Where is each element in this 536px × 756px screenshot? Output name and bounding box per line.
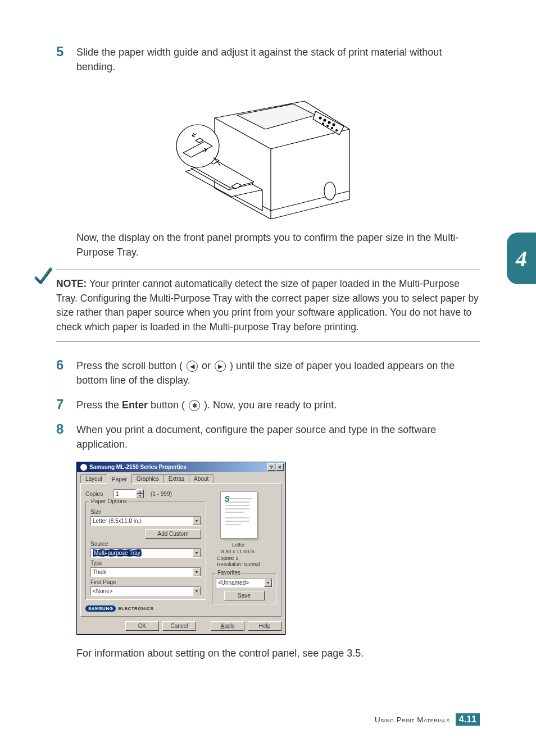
note-block: NOTE: Your printer cannot automatically … xyxy=(56,270,480,341)
svg-point-0 xyxy=(319,117,321,119)
save-button[interactable]: Save xyxy=(224,591,265,600)
brand-logo: SAMSUNG ELECTRONICS xyxy=(85,605,206,612)
step-8: 8 When you print a document, configure t… xyxy=(56,422,480,452)
step-7: 7 Press the Enter button ( ✱ ). Now, you… xyxy=(56,398,480,412)
close-button[interactable]: × xyxy=(276,463,284,471)
tab-paper[interactable]: Paper xyxy=(107,475,132,484)
svg-point-7 xyxy=(336,130,338,131)
step-text: Slide the paper width guide and adjust i… xyxy=(76,45,480,74)
source-select[interactable]: Multi-purpose Tray ▼ xyxy=(90,548,201,558)
app-icon xyxy=(80,464,87,471)
cancel-button[interactable]: Cancel xyxy=(162,621,196,631)
checkmark-icon xyxy=(34,267,53,286)
firstpage-label: First Page xyxy=(90,579,201,585)
preview-format: Letter xyxy=(217,542,260,549)
spin-up-icon[interactable]: ▲ xyxy=(137,489,144,494)
type-select[interactable]: Thick ▼ xyxy=(90,567,201,577)
help-button[interactable]: Help xyxy=(248,621,281,631)
svg-point-3 xyxy=(333,124,335,126)
step-number: 5 xyxy=(56,45,76,58)
preview-resolution: Resolution: Normal xyxy=(217,562,260,568)
chevron-down-icon[interactable]: ▼ xyxy=(193,587,201,595)
firstpage-select[interactable]: <None> ▼ xyxy=(90,586,201,596)
scroll-left-icon: ◀ xyxy=(187,361,198,372)
scroll-right-icon: ▶ xyxy=(215,361,226,372)
apply-button[interactable]: AApplypply xyxy=(211,621,244,631)
chapter-tab: 4 xyxy=(507,233,536,284)
step-8-followup: For information about setting on the con… xyxy=(76,646,480,661)
tab-bar: Layout Paper Graphics Extras About xyxy=(80,474,281,484)
tab-about[interactable]: About xyxy=(189,474,214,483)
step-number: 8 xyxy=(56,422,76,436)
paper-options-group: Paper Options Size Letter (8.5x11.0 in.)… xyxy=(85,502,206,600)
footer-section-title: Using Print Materials xyxy=(375,716,450,724)
tab-graphics[interactable]: Graphics xyxy=(131,474,164,483)
svg-point-5 xyxy=(327,125,329,127)
step-text: Press the scroll button ( ◀ or ▶ ) until… xyxy=(76,358,480,388)
copies-input[interactable] xyxy=(113,489,136,498)
svg-point-2 xyxy=(328,121,330,124)
chevron-down-icon[interactable]: ▼ xyxy=(193,549,201,557)
step-6: 6 Press the scroll button ( ◀ or ▶ ) unt… xyxy=(56,358,480,388)
printer-illustration xyxy=(175,84,361,219)
svg-point-6 xyxy=(331,127,333,129)
page-footer: Using Print Materials 4.11 xyxy=(375,713,480,726)
spin-down-icon[interactable]: ▼ xyxy=(137,494,144,498)
step-5: 5 Slide the paper width guide and adjust… xyxy=(56,45,480,74)
step-text: Press the Enter button ( ✱ ). Now, you a… xyxy=(76,398,480,412)
favorites-group: Favorites <Unnamed> ▼ Save xyxy=(212,573,276,604)
note-text: NOTE: Your printer cannot automatically … xyxy=(56,277,480,334)
step-number: 7 xyxy=(56,398,76,411)
copies-range: (1 - 999) xyxy=(151,491,172,497)
copies-spinner[interactable]: ▲ ▼ xyxy=(113,489,144,498)
type-label: Type xyxy=(90,560,201,566)
chevron-down-icon[interactable]: ▼ xyxy=(193,568,201,576)
group-title: Favorites xyxy=(216,570,242,576)
page-preview: S Letter xyxy=(212,489,265,568)
note-label: NOTE: xyxy=(56,278,87,289)
step-text: When you print a document, configure the… xyxy=(76,422,480,452)
tab-extras[interactable]: Extras xyxy=(163,474,189,483)
svg-point-9 xyxy=(324,182,335,200)
step-5-followup: Now, the display on the front panel prom… xyxy=(76,230,480,259)
copies-label: Copies xyxy=(85,491,110,497)
add-custom-button[interactable]: Add Custom xyxy=(145,529,201,539)
step-number: 6 xyxy=(56,358,76,372)
dialog-titlebar: Samsung ML-2150 Series Properties ? × xyxy=(77,462,285,472)
chevron-down-icon[interactable]: ▼ xyxy=(193,517,201,525)
size-select[interactable]: Letter (8.5x11.0 in.) ▼ xyxy=(90,516,201,526)
ok-button[interactable]: OK xyxy=(125,621,159,631)
page-number-badge: 4.11 xyxy=(456,713,480,726)
size-label: Size xyxy=(90,509,201,515)
preview-dims: 8.50 x 11.00 in. xyxy=(217,549,260,555)
preview-copies: Copies: 1 xyxy=(217,555,260,562)
favorites-select[interactable]: <Unnamed> ▼ xyxy=(216,578,272,588)
svg-point-4 xyxy=(322,123,324,125)
group-title: Paper Options xyxy=(89,498,129,504)
enter-icon: ✱ xyxy=(189,400,200,411)
svg-point-1 xyxy=(324,119,326,121)
tab-layout[interactable]: Layout xyxy=(80,474,107,483)
help-button[interactable]: ? xyxy=(267,463,275,471)
chevron-down-icon[interactable]: ▼ xyxy=(264,579,272,587)
dialog-title: Samsung ML-2150 Series Properties xyxy=(89,464,267,470)
source-label: Source xyxy=(90,541,201,547)
properties-dialog-screenshot: Samsung ML-2150 Series Properties ? × La… xyxy=(76,462,480,635)
